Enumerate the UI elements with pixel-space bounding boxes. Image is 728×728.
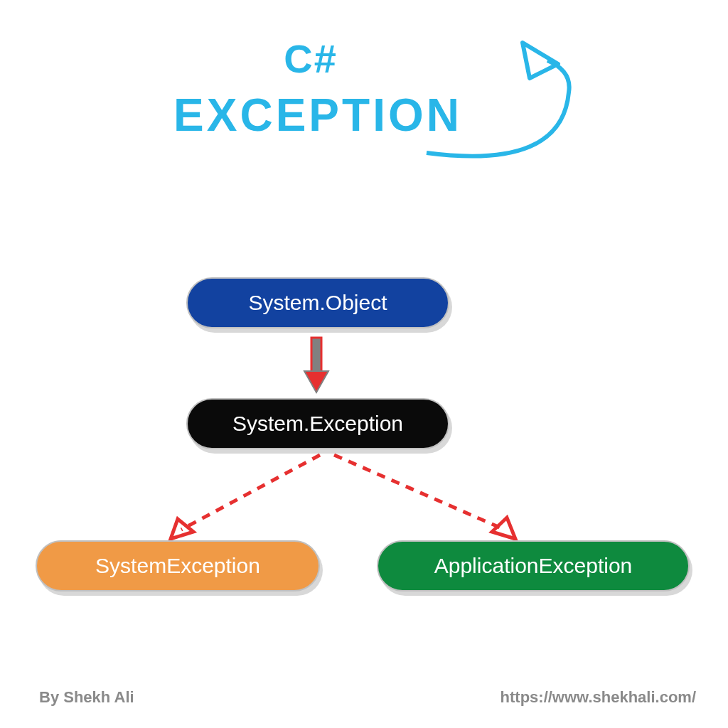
svg-marker-2 (304, 371, 328, 392)
node-label: System.Object (248, 291, 387, 315)
title-line-2: EXCEPTION (0, 89, 728, 141)
node-label: System.Exception (232, 412, 403, 436)
svg-marker-6 (492, 518, 515, 539)
arrow-down-icon (299, 334, 334, 398)
svg-marker-0 (523, 43, 558, 78)
footer-url: https://www.shekhali.com/ (500, 688, 696, 707)
footer-author: By Shekh Ali (39, 688, 134, 707)
title-line-1: C# (0, 36, 728, 82)
dashed-arrows-icon (107, 448, 604, 555)
node-system-object: System.Object (186, 277, 449, 328)
diagram-title: C# EXCEPTION (0, 36, 728, 141)
node-systemexception: SystemException (36, 540, 320, 592)
node-label: SystemException (95, 554, 260, 578)
svg-rect-1 (311, 338, 321, 373)
svg-line-5 (334, 455, 505, 530)
node-label: ApplicationException (434, 554, 633, 578)
node-system-exception: System.Exception (186, 398, 449, 449)
node-applicationexception: ApplicationException (377, 540, 690, 592)
curved-arrow-icon (419, 28, 604, 171)
svg-line-3 (181, 455, 320, 530)
